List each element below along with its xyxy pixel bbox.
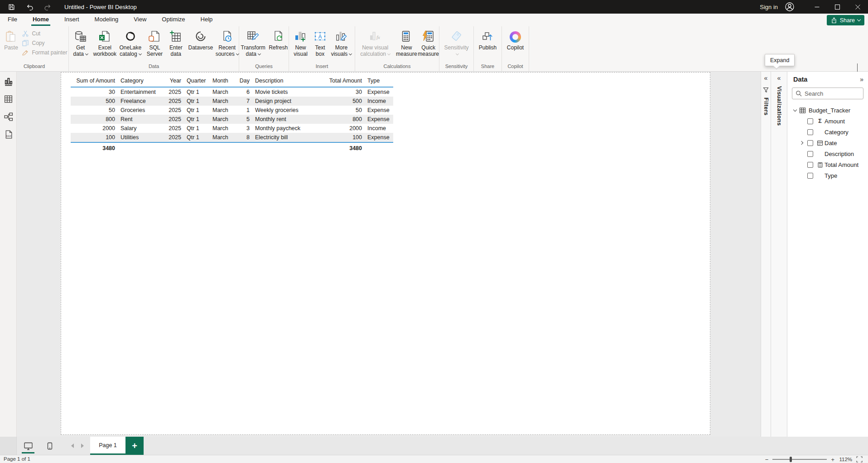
chevron-right-icon[interactable] — [800, 141, 803, 145]
table-cell: March — [211, 106, 237, 115]
svg-text:A: A — [318, 34, 322, 40]
redo-button[interactable] — [42, 1, 53, 12]
sql-server-button[interactable]: SQL Server — [144, 28, 165, 57]
share-button[interactable]: Share — [827, 15, 864, 25]
table-cell: 5 — [237, 115, 253, 124]
filters-panel-label[interactable]: Filters — [763, 97, 769, 116]
column-header[interactable]: Type — [366, 74, 393, 87]
more-visuals-button[interactable]: More visuals — [330, 28, 353, 57]
previous-page-button[interactable] — [71, 444, 74, 448]
copy-button[interactable]: Copy — [22, 39, 44, 47]
copilot-button[interactable]: Copilot — [503, 28, 528, 51]
menu-view[interactable]: View — [126, 14, 154, 26]
menu-optimize[interactable]: Optimize — [154, 14, 193, 26]
menu-home[interactable]: Home — [25, 14, 57, 26]
cut-button[interactable]: Cut — [22, 30, 40, 37]
report-page[interactable]: Sum of AmountCategoryYearQuarterMonthDay… — [61, 72, 710, 435]
collapse-data-panel-button[interactable] — [860, 76, 863, 83]
mobile-layout-button[interactable] — [44, 440, 56, 452]
fit-to-page-button[interactable] — [856, 456, 863, 463]
onelake-catalog-button[interactable]: OneLake catalog — [117, 28, 143, 57]
quick-measure-button[interactable]: Quick measure — [418, 28, 439, 57]
transform-data-button[interactable]: Transform data — [239, 28, 267, 57]
enter-data-button[interactable]: Enter data — [166, 28, 186, 57]
menu-modeling[interactable]: Modeling — [87, 14, 126, 26]
column-header[interactable]: Year — [164, 74, 185, 87]
table-cell: 7 — [237, 97, 253, 106]
page-tab[interactable]: Page 1 — [90, 437, 125, 455]
zoom-slider-handle[interactable] — [790, 457, 792, 462]
field-checkbox[interactable] — [807, 162, 813, 168]
text-box-button[interactable]: A Text box — [312, 28, 329, 57]
format-painter-button[interactable]: Format painter — [22, 49, 67, 56]
zoom-slider[interactable] — [772, 459, 827, 460]
zoom-out-button[interactable] — [765, 456, 769, 463]
column-header[interactable]: Quarter — [185, 74, 211, 87]
column-header[interactable]: Sum of Amount — [71, 74, 119, 87]
recent-sources-button[interactable]: Recent sources — [215, 28, 239, 57]
table-cell: 800 — [71, 115, 119, 124]
sensitivity-button[interactable]: Sensitivity — [441, 28, 473, 57]
field-row-total-amount[interactable]: Total Amount — [787, 159, 868, 170]
refresh-button[interactable]: Refresh — [268, 28, 289, 51]
undo-button[interactable] — [24, 1, 35, 12]
account-avatar-icon[interactable] — [784, 1, 795, 12]
field-row-date[interactable]: Date — [787, 137, 868, 148]
search-box[interactable] — [792, 88, 863, 99]
desktop-layout-button[interactable] — [22, 440, 34, 452]
menu-file[interactable]: File — [0, 14, 25, 26]
column-header[interactable]: Category — [119, 74, 164, 87]
dax-query-view-button[interactable]: DAX — [2, 128, 14, 140]
search-input[interactable] — [805, 90, 854, 97]
dataverse-button[interactable]: Dataverse — [187, 28, 214, 51]
new-visual-calculation-button[interactable]: fx New visual calculation — [355, 28, 395, 57]
column-header[interactable]: Description — [253, 74, 312, 87]
menu-help[interactable]: Help — [193, 14, 221, 26]
new-page-button[interactable] — [125, 437, 144, 455]
close-button[interactable] — [848, 0, 868, 14]
visualizations-panel-label[interactable]: Visualizations — [776, 86, 782, 126]
expand-filters-button[interactable] — [764, 72, 768, 82]
zoom-in-button[interactable] — [831, 456, 834, 463]
plus-icon — [132, 441, 137, 451]
field-checkbox[interactable] — [807, 173, 813, 179]
menu-insert[interactable]: Insert — [57, 14, 87, 26]
sign-in-button[interactable]: Sign in — [760, 4, 778, 10]
minimize-button[interactable] — [807, 0, 827, 14]
field-checkbox[interactable] — [807, 140, 813, 146]
publish-button[interactable]: Publish — [476, 28, 500, 51]
table-cell: Rent — [119, 115, 164, 124]
report-view-button[interactable] — [2, 75, 14, 87]
get-data-button[interactable]: Get data — [69, 28, 92, 57]
ribbon-group-label: Calculations — [355, 63, 439, 71]
column-header[interactable]: Day — [237, 74, 253, 87]
table-node-budget-tracker[interactable]: Budget_Tracker — [787, 105, 868, 116]
new-measure-button[interactable]: New measure — [396, 28, 417, 57]
expand-visualizations-button[interactable] — [777, 72, 781, 82]
paste-button[interactable]: Paste — [1, 28, 21, 51]
field-checkbox[interactable] — [807, 118, 813, 124]
field-row-type[interactable]: Type — [787, 170, 868, 181]
new-visual-button[interactable]: New visual — [291, 28, 311, 57]
table-visual[interactable]: Sum of AmountCategoryYearQuarterMonthDay… — [71, 74, 393, 153]
field-row-amount[interactable]: Amount — [787, 116, 868, 127]
table-view-button[interactable] — [2, 93, 14, 105]
collapse-ribbon-button[interactable] — [857, 64, 863, 69]
column-header[interactable]: Total Amount — [312, 74, 366, 87]
dropdown-chevron-icon — [139, 52, 142, 55]
maximize-button[interactable] — [827, 0, 848, 14]
field-checkbox[interactable] — [807, 129, 813, 135]
table-cell: Groceries — [119, 106, 164, 115]
field-checkbox[interactable] — [807, 151, 813, 157]
next-page-button[interactable] — [81, 444, 84, 448]
excel-workbook-button[interactable]: Excel workbook — [93, 28, 117, 57]
chevron-down-icon[interactable] — [793, 107, 797, 111]
save-button[interactable] — [5, 1, 17, 12]
ribbon: Paste Cut Copy Format painter Clipboard — [0, 26, 868, 72]
table-cell: 50 — [312, 106, 366, 115]
column-header[interactable]: Month — [211, 74, 237, 87]
table-cell: March — [211, 115, 237, 124]
model-view-button[interactable] — [2, 111, 14, 122]
field-row-category[interactable]: Category — [787, 127, 868, 137]
field-row-description[interactable]: Description — [787, 148, 868, 159]
